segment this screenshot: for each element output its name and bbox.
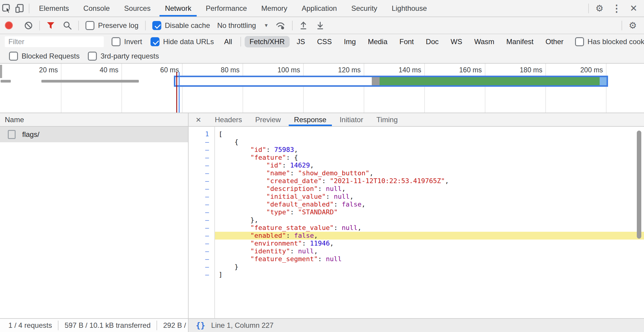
network-overview[interactable]: 20 ms40 ms60 ms80 ms100 ms120 ms140 ms16… — [0, 64, 644, 113]
overview-tick-label: 180 ms — [497, 66, 542, 74]
stalled-segment — [372, 77, 380, 85]
disable-cache-label: Disable cache — [165, 21, 210, 30]
name-column-header[interactable]: Name — [0, 113, 188, 127]
summary-item: 292 B / 2 — [157, 321, 189, 330]
network-conditions-icon[interactable] — [275, 20, 286, 31]
blocked-requests-toggle[interactable]: Blocked Requests — [9, 52, 79, 61]
type-filter-ws[interactable]: WS — [446, 36, 467, 47]
tab-security[interactable]: Security — [344, 0, 385, 17]
blocked-requests-label: Blocked Requests — [22, 52, 79, 60]
hide-data-urls-toggle[interactable]: Hide data URLs — [151, 37, 214, 46]
overview-gridline — [424, 64, 425, 113]
code-line: – "environment": 11946, — [189, 240, 644, 247]
tab-performance[interactable]: Performance — [198, 0, 254, 17]
divider — [29, 4, 29, 13]
disable-cache-checkbox[interactable] — [152, 21, 161, 30]
type-filter-js[interactable]: JS — [292, 36, 310, 47]
type-filter-other[interactable]: Other — [541, 36, 568, 47]
record-button[interactable] — [5, 21, 13, 29]
invert-toggle[interactable]: Invert — [112, 37, 142, 46]
pending-request-bar[interactable] — [1, 80, 11, 83]
response-code-viewer[interactable]: 1[– {– "id": 75983,– "feature": {– "id":… — [189, 127, 644, 318]
tab-elements[interactable]: Elements — [32, 0, 76, 17]
type-filter-doc[interactable]: Doc — [421, 36, 443, 47]
blocked-cookies-toggle[interactable]: Has blocked cookies — [575, 37, 644, 46]
divider — [240, 37, 241, 47]
throttling-dropdown[interactable]: No throttling ▼ — [217, 21, 268, 30]
line-number: – — [189, 138, 214, 146]
type-filter-manifest[interactable]: Manifest — [502, 36, 538, 47]
code-text: "id": 14629, — [214, 161, 644, 169]
detail-tab-preview[interactable]: Preview — [249, 113, 287, 126]
import-har-icon[interactable] — [299, 21, 308, 30]
filter-funnel-icon[interactable] — [46, 21, 55, 30]
tab-network[interactable]: Network — [158, 0, 198, 17]
preserve-log-toggle[interactable]: Preserve log — [85, 21, 139, 30]
close-devtools-icon[interactable]: ✕ — [626, 4, 642, 13]
overview-gridline — [303, 64, 304, 113]
line-number: 1 — [189, 130, 214, 138]
network-settings-gear-icon[interactable]: ⚙ — [625, 21, 641, 30]
inspect-element-icon[interactable] — [0, 0, 13, 17]
line-number: – — [189, 154, 214, 161]
line-number: – — [189, 216, 214, 224]
overview-tick-label: 20 ms — [13, 66, 58, 74]
line-number: – — [189, 177, 214, 185]
third-party-toggle[interactable]: 3rd-party requests — [88, 52, 159, 61]
type-filter-css[interactable]: CSS — [312, 36, 337, 47]
preserve-log-label: Preserve log — [98, 21, 139, 30]
code-text: "name": "show_demo_button", — [214, 169, 644, 177]
tab-application[interactable]: Application — [294, 0, 344, 17]
code-line: – "feature": { — [189, 154, 644, 161]
type-filter-media[interactable]: Media — [363, 36, 392, 47]
detail-tab-timing[interactable]: Timing — [370, 113, 404, 126]
filter-input[interactable] — [5, 36, 104, 47]
code-text: [ — [214, 130, 644, 138]
request-row-flags[interactable]: flags/ — [0, 127, 188, 142]
main-tabbar: ElementsConsoleSourcesNetworkPerformance… — [0, 0, 644, 17]
blocked-requests-checkbox[interactable] — [9, 52, 18, 61]
third-party-label: 3rd-party requests — [100, 52, 159, 60]
tab-lighthouse[interactable]: Lighthouse — [384, 0, 434, 17]
device-toolbar-icon[interactable] — [13, 0, 26, 17]
tab-memory[interactable]: Memory — [254, 0, 295, 17]
type-filter-fetch-xhr[interactable]: Fetch/XHR — [245, 36, 289, 47]
more-options-icon[interactable]: ⋮ — [608, 4, 626, 13]
third-party-checkbox[interactable] — [88, 52, 97, 61]
pending-request-bar[interactable] — [41, 80, 139, 83]
overview-tick-label: 160 ms — [437, 66, 482, 74]
search-icon[interactable] — [63, 21, 72, 30]
hide-data-urls-checkbox[interactable] — [151, 37, 160, 46]
close-details-icon[interactable]: × — [189, 115, 208, 125]
detail-tab-response[interactable]: Response — [288, 113, 333, 126]
line-number: – — [189, 247, 214, 255]
pretty-print-braces-icon[interactable]: {} — [196, 321, 205, 330]
detail-tab-headers[interactable]: Headers — [208, 113, 249, 126]
clear-icon[interactable] — [24, 21, 33, 30]
preserve-log-checkbox[interactable] — [85, 21, 94, 30]
type-filter-wasm[interactable]: Wasm — [470, 36, 499, 47]
settings-gear-icon[interactable]: ⚙ — [591, 4, 608, 13]
overview-left-handle — [0, 65, 2, 78]
line-number: – — [189, 271, 214, 279]
code-text: "environment": 11946, — [214, 240, 644, 247]
vertical-scrollbar-thumb[interactable] — [637, 131, 641, 239]
blocked-cookies-label: Has blocked cookies — [588, 38, 644, 46]
code-line: – "feature_state_value": null, — [189, 224, 644, 232]
blocked-cookies-checkbox[interactable] — [575, 37, 584, 46]
selected-request-waterfall-bar[interactable] — [174, 76, 608, 87]
code-text: "created_date": "2021-11-12T10:22:53.419… — [214, 177, 644, 185]
tab-sources[interactable]: Sources — [117, 0, 158, 17]
overview-gridline — [61, 64, 61, 113]
invert-checkbox[interactable] — [112, 37, 121, 46]
type-filter-font[interactable]: Font — [395, 36, 419, 47]
tab-console[interactable]: Console — [76, 0, 117, 17]
type-filter-img[interactable]: Img — [339, 36, 361, 47]
detail-tab-initiator[interactable]: Initiator — [333, 113, 370, 126]
code-line-highlighted: – "enabled": false, — [189, 232, 644, 240]
divider — [622, 21, 622, 30]
tabbar-right: ⚙ ⋮ ✕ — [586, 0, 644, 17]
type-filter-all[interactable]: All — [219, 36, 237, 47]
export-har-icon[interactable] — [315, 21, 325, 30]
disable-cache-toggle[interactable]: Disable cache — [152, 21, 210, 30]
